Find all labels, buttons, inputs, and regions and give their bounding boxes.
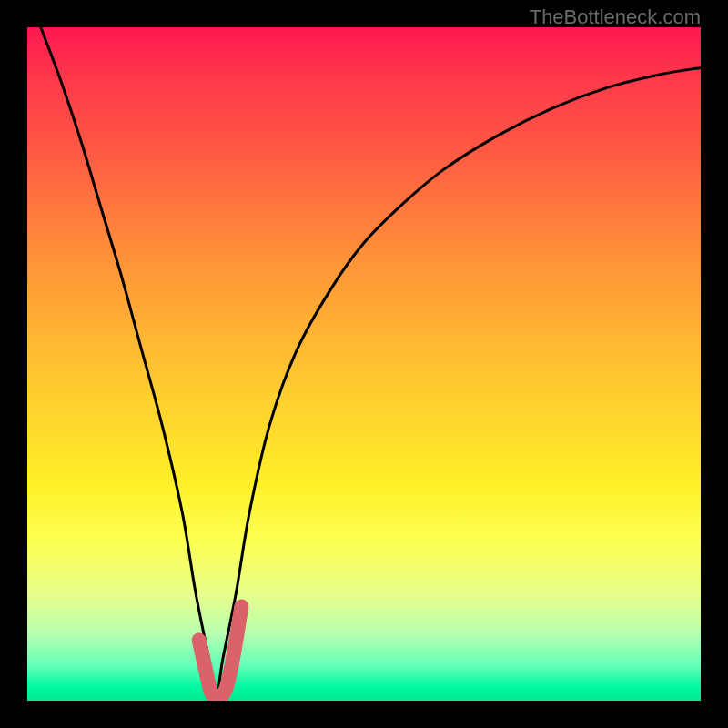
series-black-curve [41, 27, 701, 701]
chart-plot-area [27, 27, 701, 701]
watermark-text: TheBottleneck.com [530, 5, 701, 29]
chart-svg [27, 27, 701, 701]
series-red-highlight [199, 606, 242, 698]
